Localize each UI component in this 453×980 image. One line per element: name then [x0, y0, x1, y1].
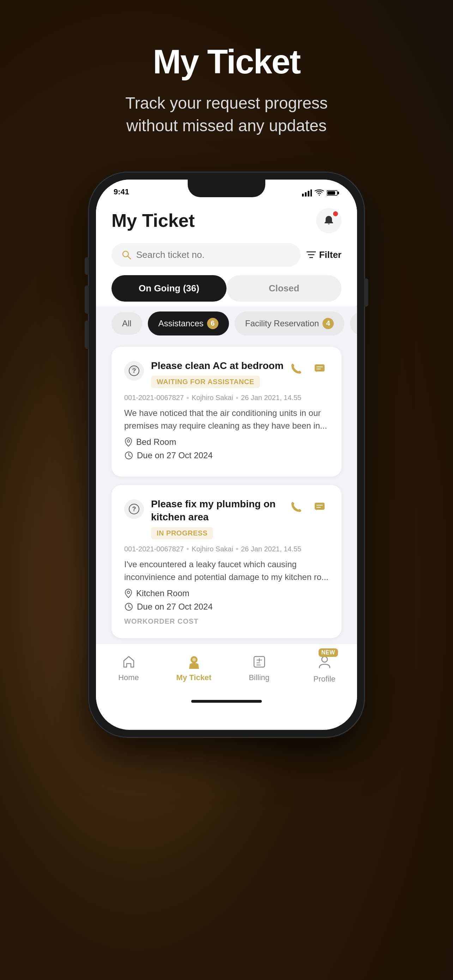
nav-profile[interactable]: NEW Profile	[292, 651, 357, 684]
phone-inner: 9:41	[96, 180, 357, 730]
ticket-2-description: I've encountered a leaky faucet which ca…	[124, 558, 329, 584]
cat-assistances[interactable]: Assistances 6	[148, 312, 229, 336]
ticket-2-status: IN PROGRESS	[151, 527, 213, 539]
cat-facility-badge: 4	[323, 318, 334, 329]
svg-rect-2	[308, 191, 309, 196]
clock-icon-2	[124, 602, 134, 611]
clock-icon-1	[124, 451, 134, 460]
volume-down-button	[85, 321, 89, 349]
ticket-2-date: 26 Jan 2021, 14.55	[241, 545, 301, 553]
ticket-nav-icon	[185, 652, 203, 671]
ticket-2-call-button[interactable]	[287, 498, 305, 516]
meta-dot-3	[187, 548, 189, 550]
phone-container: 9:41	[89, 172, 364, 737]
status-icons	[302, 189, 339, 196]
svg-rect-6	[327, 191, 335, 195]
cat-assistances-badge: 6	[207, 318, 218, 329]
nav-ticket[interactable]: My Ticket	[161, 652, 227, 682]
meta-dot-4	[236, 548, 238, 550]
svg-line-29	[129, 607, 130, 608]
ticket-1-title: Please clean AC at bedroom	[151, 360, 287, 372]
chat-icon	[313, 362, 326, 375]
svg-point-37	[322, 657, 327, 662]
hero-subtitle: Track your request progress without miss…	[103, 92, 350, 137]
battery-icon	[327, 190, 339, 196]
ticket-2-meta: 001-2021-0067827 Kojhiro Sakai 26 Jan 20…	[124, 545, 329, 553]
ticket-1-meta: 001-2021-0067827 Kojhiro Sakai 26 Jan 20…	[124, 394, 329, 402]
ticket-2-title-section: ? Please fix my plumbing on kitchen area…	[124, 498, 287, 539]
ticket-1-chat-button[interactable]	[310, 360, 329, 378]
ticket-1-status: WAITING FOR ASSISTANCE	[151, 376, 260, 388]
ticket-1-icon: ?	[124, 361, 144, 381]
ticket-2-due-text: Due on 27 Oct 2024	[137, 602, 213, 612]
app-header: My Ticket	[96, 199, 357, 239]
ticket-card-2[interactable]: ? Please fix my plumbing on kitchen area…	[111, 485, 342, 638]
ticket-2-author: Kojhiro Sakai	[192, 545, 233, 553]
home-nav-icon	[119, 652, 138, 671]
gear-question-icon: ?	[129, 365, 140, 376]
workorder-label: WORKORDER COST	[124, 617, 329, 625]
hero-section: My Ticket Track your request progress wi…	[82, 0, 371, 158]
notification-button[interactable]	[316, 208, 342, 233]
location-icon	[124, 437, 133, 447]
notch	[188, 180, 265, 197]
tab-selector: On Going (36) Closed	[96, 271, 357, 306]
ticket-card-1[interactable]: ? Please clean AC at bedroom WAITING FOR…	[111, 347, 342, 477]
ticket-2-location-text: Kitchen Room	[136, 589, 189, 598]
ticket-2-due: Due on 27 Oct 2024	[124, 602, 329, 612]
svg-rect-0	[302, 194, 304, 196]
notification-icon	[323, 215, 335, 226]
billing-nav-icon	[250, 652, 269, 671]
search-input[interactable]	[136, 250, 291, 260]
svg-point-31	[192, 658, 196, 662]
filter-label: Filter	[319, 250, 342, 260]
nav-home-label: Home	[118, 673, 139, 682]
ticket-2-title-block: Please fix my plumbing on kitchen area I…	[151, 498, 287, 539]
ticket-2-chat-button[interactable]	[310, 498, 329, 516]
power-button	[364, 278, 368, 307]
category-filter: All Assistances 6 Facility Reservation 4…	[96, 306, 357, 341]
ticket-1-location-text: Bed Room	[136, 437, 176, 447]
ticket-1-author: Kojhiro Sakai	[192, 394, 233, 402]
status-time: 9:41	[114, 187, 129, 196]
ticket-2-actions	[287, 498, 329, 516]
cat-facility[interactable]: Facility Reservation 4	[235, 312, 344, 336]
cat-all[interactable]: All	[111, 312, 142, 335]
ticket-icon	[186, 654, 202, 670]
phone-icon-2	[290, 501, 303, 513]
volume-up-button	[85, 285, 89, 313]
nav-billing[interactable]: Billing	[227, 652, 292, 682]
ticket-1-title-block: Please clean AC at bedroom WAITING FOR A…	[151, 360, 287, 388]
ticket-1-location: Bed Room	[124, 437, 329, 447]
search-container: Filter	[96, 239, 357, 271]
search-wrapper	[111, 243, 300, 267]
ticket-1-description: We have noticed that the air conditionin…	[124, 407, 329, 432]
tab-ongoing[interactable]: On Going (36)	[111, 275, 227, 302]
hero-title: My Ticket	[103, 42, 350, 81]
nav-billing-label: Billing	[249, 673, 270, 682]
filter-button[interactable]: Filter	[306, 250, 342, 260]
nav-home[interactable]: Home	[96, 652, 161, 682]
filter-icon	[306, 250, 316, 259]
phone-frame: 9:41	[89, 172, 364, 737]
svg-rect-5	[338, 192, 339, 194]
cat-assistances-label: Assistances	[158, 318, 203, 328]
nav-ticket-label: My Ticket	[176, 673, 212, 682]
svg-point-26	[127, 591, 130, 593]
tab-closed[interactable]: Closed	[227, 275, 342, 302]
ticket-1-actions	[287, 360, 329, 378]
ticket-1-date: 26 Jan 2021, 14.55	[241, 394, 301, 402]
notification-dot	[332, 211, 339, 217]
svg-text:?: ?	[132, 506, 136, 512]
ticket-1-due: Due on 27 Oct 2024	[124, 450, 329, 460]
search-icon	[121, 250, 131, 259]
svg-line-8	[128, 256, 130, 259]
signal-icon	[302, 189, 312, 196]
location-icon-2	[124, 589, 133, 598]
ticket-2-location: Kitchen Room	[124, 589, 329, 598]
cat-event[interactable]: Event Re	[350, 312, 357, 335]
ticket-2-title: Please fix my plumbing on kitchen area	[151, 498, 287, 523]
chat-icon-2	[313, 501, 326, 513]
ticket-1-call-button[interactable]	[287, 360, 305, 378]
ticket-2-header: ? Please fix my plumbing on kitchen area…	[124, 498, 329, 539]
